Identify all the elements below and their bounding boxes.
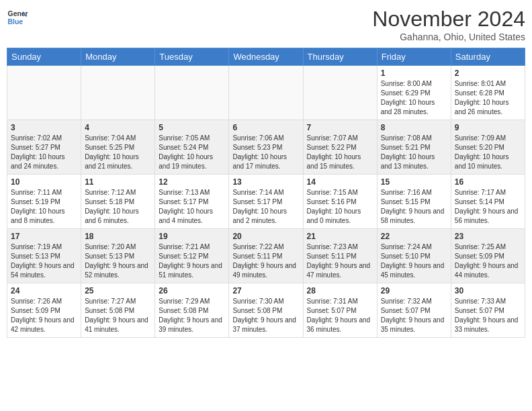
day-info: Sunrise: 7:02 AMSunset: 5:27 PMDaylight:… (11, 134, 77, 171)
day-number: 6 (232, 123, 299, 132)
day-number: 13 (232, 177, 299, 187)
day-number: 8 (381, 123, 447, 132)
day-info: Sunrise: 7:16 AMSunset: 5:15 PMDaylight:… (381, 188, 447, 226)
day-info: Sunrise: 7:30 AMSunset: 5:08 PMDaylight:… (232, 297, 299, 334)
day-number: 25 (85, 286, 151, 295)
calendar-day-cell: 13Sunrise: 7:14 AMSunset: 5:17 PMDayligh… (229, 175, 303, 229)
day-info: Sunrise: 7:19 AMSunset: 5:13 PMDaylight:… (11, 242, 77, 280)
month-title: November 2024 (372, 7, 525, 32)
calendar-day-cell: 12Sunrise: 7:13 AMSunset: 5:17 PMDayligh… (155, 175, 229, 229)
calendar-day-cell: 18Sunrise: 7:20 AMSunset: 5:13 PMDayligh… (81, 229, 155, 283)
day-number: 12 (159, 177, 225, 187)
calendar-week-row: 3Sunrise: 7:02 AMSunset: 5:27 PMDaylight… (7, 120, 525, 175)
calendar-week-row: 24Sunrise: 7:26 AMSunset: 5:09 PMDayligh… (7, 283, 525, 338)
day-number: 17 (11, 232, 77, 241)
day-number: 27 (232, 286, 299, 295)
day-info: Sunrise: 7:13 AMSunset: 5:17 PMDaylight:… (159, 188, 225, 226)
day-number: 28 (307, 286, 373, 295)
calendar-day-cell: 1Sunrise: 8:00 AMSunset: 6:29 PMDaylight… (377, 66, 451, 120)
calendar-day-cell (81, 66, 155, 120)
weekday-header-tuesday: Tuesday (155, 48, 229, 66)
day-info: Sunrise: 7:07 AMSunset: 5:22 PMDaylight:… (307, 134, 373, 171)
day-info: Sunrise: 8:01 AMSunset: 6:28 PMDaylight:… (455, 79, 521, 117)
day-info: Sunrise: 7:04 AMSunset: 5:25 PMDaylight:… (85, 134, 151, 171)
calendar-day-cell: 21Sunrise: 7:23 AMSunset: 5:11 PMDayligh… (303, 229, 377, 283)
day-number: 19 (159, 232, 225, 241)
calendar-day-cell (303, 66, 377, 120)
logo: General Blue (7, 7, 28, 28)
day-number: 22 (381, 232, 447, 241)
calendar-week-row: 17Sunrise: 7:19 AMSunset: 5:13 PMDayligh… (7, 229, 525, 283)
day-number: 9 (455, 123, 521, 132)
weekday-header-friday: Friday (377, 48, 451, 66)
day-info: Sunrise: 7:27 AMSunset: 5:08 PMDaylight:… (85, 297, 151, 334)
day-number: 29 (381, 286, 447, 295)
day-info: Sunrise: 7:14 AMSunset: 5:17 PMDaylight:… (232, 188, 299, 226)
day-number: 3 (11, 123, 77, 132)
day-number: 4 (85, 123, 151, 132)
day-number: 14 (307, 177, 373, 187)
day-number: 20 (232, 232, 299, 241)
day-number: 21 (307, 232, 373, 241)
calendar-day-cell (229, 66, 303, 120)
day-info: Sunrise: 7:05 AMSunset: 5:24 PMDaylight:… (159, 134, 225, 171)
day-number: 24 (11, 286, 77, 295)
weekday-header-wednesday: Wednesday (229, 48, 303, 66)
calendar-day-cell: 30Sunrise: 7:33 AMSunset: 5:07 PMDayligh… (451, 283, 525, 338)
weekday-header-sunday: Sunday (7, 48, 81, 66)
day-info: Sunrise: 7:25 AMSunset: 5:09 PMDaylight:… (455, 242, 521, 280)
location-subtitle: Gahanna, Ohio, United States (372, 32, 525, 42)
day-info: Sunrise: 7:15 AMSunset: 5:16 PMDaylight:… (307, 188, 373, 226)
calendar-day-cell: 27Sunrise: 7:30 AMSunset: 5:08 PMDayligh… (229, 283, 303, 338)
day-info: Sunrise: 7:08 AMSunset: 5:21 PMDaylight:… (381, 134, 447, 171)
calendar-day-cell: 23Sunrise: 7:25 AMSunset: 5:09 PMDayligh… (451, 229, 525, 283)
weekday-header-saturday: Saturday (451, 48, 525, 66)
day-info: Sunrise: 7:26 AMSunset: 5:09 PMDaylight:… (11, 297, 77, 334)
day-number: 1 (381, 68, 447, 78)
day-number: 26 (159, 286, 225, 295)
calendar-day-cell: 7Sunrise: 7:07 AMSunset: 5:22 PMDaylight… (303, 120, 377, 175)
calendar-day-cell: 8Sunrise: 7:08 AMSunset: 5:21 PMDaylight… (377, 120, 451, 175)
day-number: 15 (381, 177, 447, 187)
day-number: 30 (455, 286, 521, 295)
calendar-day-cell: 4Sunrise: 7:04 AMSunset: 5:25 PMDaylight… (81, 120, 155, 175)
calendar-day-cell: 17Sunrise: 7:19 AMSunset: 5:13 PMDayligh… (7, 229, 81, 283)
calendar-day-cell: 2Sunrise: 8:01 AMSunset: 6:28 PMDaylight… (451, 66, 525, 120)
title-block: November 2024 Gahanna, Ohio, United Stat… (372, 7, 525, 42)
day-number: 16 (455, 177, 521, 187)
calendar-day-cell: 15Sunrise: 7:16 AMSunset: 5:15 PMDayligh… (377, 175, 451, 229)
calendar-week-row: 10Sunrise: 7:11 AMSunset: 5:19 PMDayligh… (7, 175, 525, 229)
calendar-day-cell: 10Sunrise: 7:11 AMSunset: 5:19 PMDayligh… (7, 175, 81, 229)
day-info: Sunrise: 7:06 AMSunset: 5:23 PMDaylight:… (232, 134, 299, 171)
page-header: General Blue November 2024 Gahanna, Ohio… (7, 7, 525, 42)
day-info: Sunrise: 7:31 AMSunset: 5:07 PMDaylight:… (307, 297, 373, 334)
calendar-week-row: 1Sunrise: 8:00 AMSunset: 6:29 PMDaylight… (7, 66, 525, 120)
calendar-day-cell: 26Sunrise: 7:29 AMSunset: 5:08 PMDayligh… (155, 283, 229, 338)
day-number: 2 (455, 68, 521, 78)
calendar-day-cell: 28Sunrise: 7:31 AMSunset: 5:07 PMDayligh… (303, 283, 377, 338)
day-info: Sunrise: 7:11 AMSunset: 5:19 PMDaylight:… (11, 188, 77, 226)
calendar-day-cell: 29Sunrise: 7:32 AMSunset: 5:07 PMDayligh… (377, 283, 451, 338)
day-info: Sunrise: 7:29 AMSunset: 5:08 PMDaylight:… (159, 297, 225, 334)
calendar-day-cell: 11Sunrise: 7:12 AMSunset: 5:18 PMDayligh… (81, 175, 155, 229)
calendar-day-cell: 16Sunrise: 7:17 AMSunset: 5:14 PMDayligh… (451, 175, 525, 229)
day-info: Sunrise: 7:21 AMSunset: 5:12 PMDaylight:… (159, 242, 225, 280)
weekday-header-row: SundayMondayTuesdayWednesdayThursdayFrid… (7, 48, 525, 66)
calendar-day-cell: 22Sunrise: 7:24 AMSunset: 5:10 PMDayligh… (377, 229, 451, 283)
calendar-day-cell: 19Sunrise: 7:21 AMSunset: 5:12 PMDayligh… (155, 229, 229, 283)
calendar-day-cell: 24Sunrise: 7:26 AMSunset: 5:09 PMDayligh… (7, 283, 81, 338)
day-number: 7 (307, 123, 373, 132)
day-number: 23 (455, 232, 521, 241)
day-info: Sunrise: 7:32 AMSunset: 5:07 PMDaylight:… (381, 297, 447, 334)
day-number: 18 (85, 232, 151, 241)
calendar-day-cell: 14Sunrise: 7:15 AMSunset: 5:16 PMDayligh… (303, 175, 377, 229)
svg-text:Blue: Blue (8, 18, 24, 26)
day-info: Sunrise: 7:12 AMSunset: 5:18 PMDaylight:… (85, 188, 151, 226)
day-info: Sunrise: 7:20 AMSunset: 5:13 PMDaylight:… (85, 242, 151, 280)
svg-text:General: General (8, 10, 28, 17)
calendar-day-cell: 6Sunrise: 7:06 AMSunset: 5:23 PMDaylight… (229, 120, 303, 175)
calendar-table: SundayMondayTuesdayWednesdayThursdayFrid… (7, 48, 525, 338)
calendar-day-cell (7, 66, 81, 120)
day-info: Sunrise: 7:22 AMSunset: 5:11 PMDaylight:… (232, 242, 299, 280)
day-number: 11 (85, 177, 151, 187)
